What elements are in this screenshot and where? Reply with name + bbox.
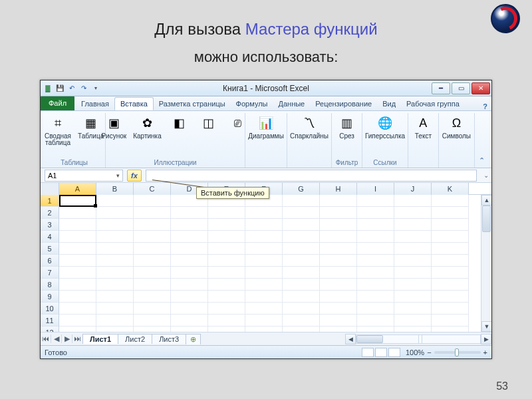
cell[interactable] <box>134 303 171 315</box>
cell[interactable] <box>134 255 171 267</box>
cell[interactable] <box>245 291 283 303</box>
ribbon-tab-вид[interactable]: Вид <box>377 97 401 110</box>
cell[interactable] <box>432 267 469 279</box>
cell[interactable] <box>283 315 320 327</box>
save-icon[interactable]: 💾 <box>55 84 65 93</box>
cell[interactable] <box>59 303 96 315</box>
cell[interactable] <box>134 243 171 255</box>
cell[interactable] <box>357 219 394 231</box>
cell[interactable] <box>357 327 394 332</box>
scroll-left-icon[interactable]: ◀ <box>345 334 356 344</box>
cell[interactable] <box>357 291 394 303</box>
cell[interactable] <box>394 279 432 291</box>
qat-dropdown-icon[interactable]: ▾ <box>91 84 100 93</box>
sheet-nav-prev-icon[interactable]: ◀ <box>51 334 62 343</box>
cell[interactable] <box>59 207 96 219</box>
cell[interactable] <box>283 231 320 243</box>
cell[interactable] <box>320 255 357 267</box>
cell[interactable] <box>208 279 245 291</box>
cell[interactable] <box>208 219 245 231</box>
close-button[interactable]: ✕ <box>471 82 490 94</box>
cell[interactable] <box>96 267 134 279</box>
hyperlink-button[interactable]: 🌐Гиперссылка <box>364 113 406 141</box>
cell[interactable] <box>394 195 432 207</box>
shapes-button[interactable]: ◧ <box>167 113 192 133</box>
name-box-dropdown-icon[interactable]: ▾ <box>116 172 120 179</box>
row-header[interactable]: 6 <box>41 255 59 267</box>
zoom-slider-knob[interactable] <box>455 348 459 356</box>
sheet-tab[interactable]: Лист1 <box>82 334 118 344</box>
sheet-tab[interactable]: Лист2 <box>118 334 152 344</box>
cell[interactable] <box>394 207 432 219</box>
cell[interactable] <box>320 195 357 207</box>
cell[interactable] <box>208 231 245 243</box>
cell[interactable] <box>96 219 134 231</box>
name-box[interactable]: A1 ▾ <box>45 170 123 182</box>
cells-area[interactable] <box>59 195 481 332</box>
row-header[interactable]: 9 <box>41 291 59 303</box>
scroll-up-icon[interactable]: ▲ <box>481 195 491 205</box>
sheet-tab[interactable]: Лист3 <box>152 334 186 344</box>
row-header[interactable]: 2 <box>41 207 59 219</box>
row-header[interactable]: 11 <box>41 315 59 327</box>
row-header[interactable]: 12 <box>41 327 59 332</box>
cell[interactable] <box>171 219 208 231</box>
cell[interactable] <box>432 303 469 315</box>
cell[interactable] <box>96 195 134 207</box>
cell[interactable] <box>208 315 245 327</box>
row-header[interactable]: 7 <box>41 267 59 279</box>
cell[interactable] <box>394 231 432 243</box>
cell[interactable] <box>208 291 245 303</box>
cell[interactable] <box>357 279 394 291</box>
cell[interactable] <box>134 327 171 332</box>
cell[interactable] <box>320 303 357 315</box>
cell[interactable] <box>59 195 96 207</box>
cell[interactable] <box>357 231 394 243</box>
select-all-corner[interactable] <box>41 183 59 195</box>
cell[interactable] <box>432 327 469 332</box>
cell[interactable] <box>171 231 208 243</box>
cell[interactable] <box>208 303 245 315</box>
column-header[interactable]: C <box>134 183 171 195</box>
cell[interactable] <box>245 327 283 332</box>
cell[interactable] <box>357 255 394 267</box>
cell[interactable] <box>134 279 171 291</box>
charts-button[interactable]: 📊Диаграммы <box>247 113 285 141</box>
cell[interactable] <box>171 303 208 315</box>
cell[interactable] <box>357 243 394 255</box>
cell[interactable] <box>245 267 283 279</box>
cell[interactable] <box>96 231 134 243</box>
cell[interactable] <box>357 207 394 219</box>
cell[interactable] <box>283 243 320 255</box>
cell[interactable] <box>432 195 469 207</box>
cell[interactable] <box>283 255 320 267</box>
cell[interactable] <box>134 219 171 231</box>
cell[interactable] <box>320 327 357 332</box>
scroll-right-icon[interactable]: ▶ <box>481 334 491 344</box>
insert-function-button[interactable]: fx <box>127 170 142 182</box>
cell[interactable] <box>59 231 96 243</box>
ribbon-tab-разметка страницы[interactable]: Разметка страницы <box>154 97 231 110</box>
cell[interactable] <box>245 303 283 315</box>
symbols-button[interactable]: ΩСимволы <box>441 113 472 141</box>
cell[interactable] <box>357 195 394 207</box>
sheet-nav-last-icon[interactable]: ⏭ <box>72 334 83 343</box>
cell[interactable] <box>320 231 357 243</box>
ribbon-tab-формулы[interactable]: Формулы <box>231 97 273 110</box>
column-header[interactable]: B <box>96 183 134 195</box>
redo-icon[interactable]: ↷ <box>79 84 88 93</box>
cell[interactable] <box>432 279 469 291</box>
cell[interactable] <box>245 315 283 327</box>
ribbon-tab-вставка[interactable]: Вставка <box>114 97 154 110</box>
cell[interactable] <box>59 315 96 327</box>
cell[interactable] <box>394 315 432 327</box>
spreadsheet-grid[interactable]: 1234567891011121314151617 ▲ ▼ <box>41 195 491 332</box>
undo-icon[interactable]: ↶ <box>67 84 76 93</box>
row-header[interactable]: 8 <box>41 279 59 291</box>
cell[interactable] <box>245 255 283 267</box>
cell[interactable] <box>283 207 320 219</box>
cell[interactable] <box>171 207 208 219</box>
cell[interactable] <box>208 327 245 332</box>
cell[interactable] <box>357 315 394 327</box>
cell[interactable] <box>208 267 245 279</box>
